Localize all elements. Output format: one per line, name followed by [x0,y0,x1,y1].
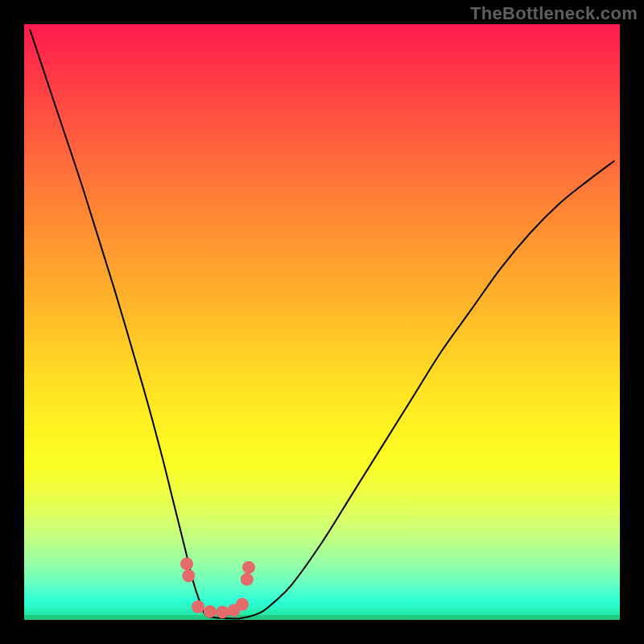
valley-dot [236,598,249,611]
valley-dot [216,605,229,618]
valley-dots [180,557,255,618]
valley-dot [241,573,254,586]
curve-svg [24,24,620,620]
curve-left-branch [30,30,238,618]
curve-right-branch [238,161,613,618]
valley-dot [192,601,204,613]
watermark-text: TheBottleneck.com [470,3,638,24]
valley-dot [182,569,195,582]
plot-area [24,24,620,620]
valley-dot [204,605,217,618]
valley-dot [180,557,193,570]
chart-frame: TheBottleneck.com [0,0,644,644]
valley-dot [242,561,255,574]
